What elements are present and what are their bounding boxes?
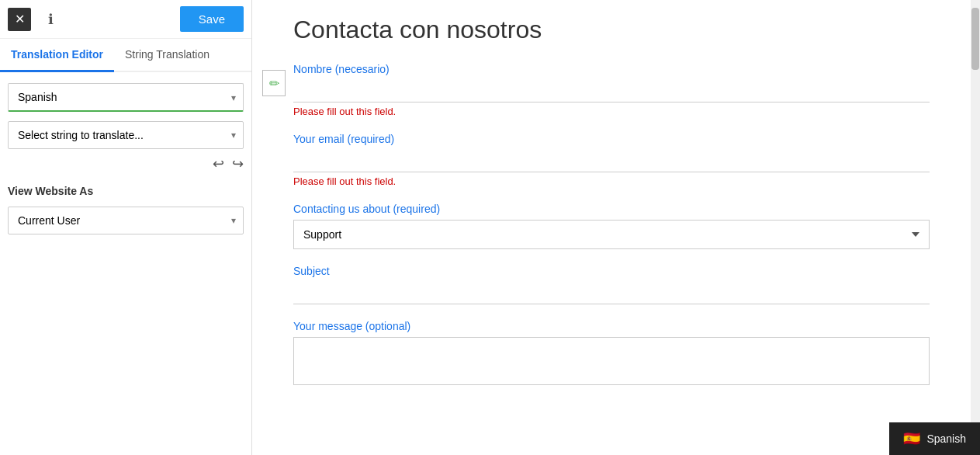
pencil-tab[interactable]: ✏ (262, 70, 286, 96)
field-input-email[interactable] (293, 150, 930, 172)
page-title: Contacta con nosotros (293, 16, 930, 44)
redo-button[interactable]: ↪ (232, 155, 244, 172)
tab-bar: Translation Editor String Translation (0, 39, 251, 72)
field-input-nombre[interactable] (293, 80, 930, 102)
language-badge: 🇪🇸 Spanish (889, 422, 980, 455)
form-field-nombre: Nombre (necesario) Please fill out this … (293, 63, 930, 117)
left-panel: ✕ ℹ Save Translation Editor String Trans… (0, 0, 252, 455)
view-as-dropdown[interactable]: Current User Guest Logged In (8, 207, 244, 234)
right-panel: Contacta con nosotros Nombre (necesario)… (252, 0, 971, 455)
save-button[interactable]: Save (180, 6, 244, 32)
scrollbar-thumb[interactable] (971, 8, 979, 70)
language-dropdown[interactable]: Spanish French German Italian Portuguese (8, 83, 244, 112)
undo-redo-bar: ↩ ↪ (8, 155, 244, 172)
undo-button[interactable]: ↩ (213, 155, 224, 172)
panel-content: Spanish French German Italian Portuguese… (0, 72, 251, 245)
info-button[interactable]: ℹ (39, 8, 62, 31)
top-bar: ✕ ℹ Save (0, 0, 251, 39)
language-dropdown-wrap: Spanish French German Italian Portuguese… (8, 83, 244, 112)
preview-content: Contacta con nosotros Nombre (necesario)… (262, 0, 961, 419)
field-label-contact-about: Contacting us about (required) (293, 203, 930, 215)
form-field-subject: Subject (293, 265, 930, 304)
tab-translation-editor[interactable]: Translation Editor (0, 39, 114, 72)
form-field-message: Your message (optional) (293, 320, 930, 388)
tab-string-translation[interactable]: String Translation (114, 39, 220, 72)
field-select-contact-about[interactable]: Support (293, 220, 930, 249)
field-input-message[interactable] (293, 337, 930, 385)
string-select-dropdown[interactable]: Select string to translate... (8, 121, 244, 149)
form-field-email: Your email (required) Please fill out th… (293, 133, 930, 187)
field-label-subject: Subject (293, 265, 930, 277)
close-button[interactable]: ✕ (8, 8, 31, 31)
field-label-email: Your email (required) (293, 133, 930, 145)
error-email: Please fill out this field. (293, 175, 930, 187)
view-as-dropdown-wrap: Current User Guest Logged In ▾ (8, 207, 244, 234)
field-input-subject[interactable] (293, 282, 930, 304)
string-select-wrap: Select string to translate... ▾ (8, 121, 244, 149)
badge-language-label: Spanish (926, 432, 966, 445)
scrollbar-track[interactable] (971, 0, 980, 455)
view-as-label: View Website As (8, 185, 244, 197)
flag-icon: 🇪🇸 (903, 430, 920, 447)
error-nombre: Please fill out this field. (293, 106, 930, 117)
form-field-contact-about: Contacting us about (required) Support (293, 203, 930, 249)
pencil-icon: ✏ (269, 76, 279, 91)
field-label-nombre: Nombre (necesario) (293, 63, 930, 75)
field-label-message: Your message (optional) (293, 320, 930, 332)
